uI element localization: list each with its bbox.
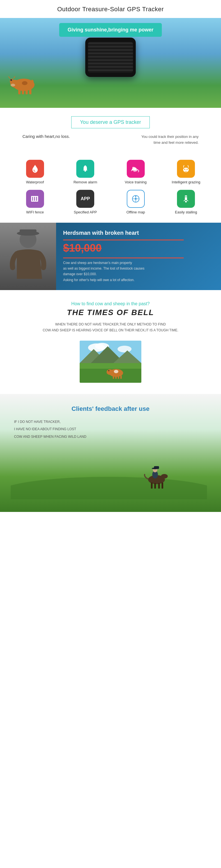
svg-rect-1 bbox=[18, 89, 21, 94]
cow-illustration bbox=[6, 68, 39, 97]
svg-rect-4 bbox=[29, 89, 31, 94]
gps-device-image bbox=[85, 38, 136, 77]
price-line-decoration-2 bbox=[63, 257, 184, 258]
svg-rect-11 bbox=[84, 170, 86, 172]
feedback-line3: COW AND SHEEP WHEN FACING WILD LAND bbox=[14, 433, 207, 440]
deserve-section: You deserve a GPS tracker Caring with he… bbox=[0, 108, 221, 157]
svg-point-25 bbox=[135, 198, 137, 200]
hero-tagline: Giving sunshine,bringing me power bbox=[59, 23, 162, 37]
svg-point-29 bbox=[185, 201, 187, 203]
svg-point-8 bbox=[11, 84, 15, 87]
svg-rect-46 bbox=[115, 376, 117, 379]
svg-point-7 bbox=[10, 79, 12, 81]
feedback-line1: IF I DO NOT HAVE TRACKER, bbox=[14, 418, 207, 426]
svg-rect-56 bbox=[158, 483, 160, 489]
specified-app-icon: APP bbox=[76, 190, 94, 208]
deserve-box: You deserve a GPS tracker bbox=[71, 116, 149, 128]
herdsman-section: Herdsman with broken heart $10,000 Cow a… bbox=[0, 223, 221, 290]
times-title: THE TIMES OF BELL bbox=[17, 308, 204, 317]
herdsman-photo bbox=[0, 223, 56, 290]
times-desc: WHEN THERE DO NOT HAVE TRACKER,THE ONLY … bbox=[17, 321, 204, 334]
waterproof-label: Waterproof bbox=[26, 180, 44, 184]
feature-easily-stalling: Easily stalling bbox=[162, 190, 210, 214]
feature-voice-training: Voice training bbox=[112, 160, 159, 184]
svg-rect-61 bbox=[154, 466, 159, 469]
feature-specified-app: APP Specified APP bbox=[62, 190, 109, 214]
caring-row: Caring with heart,no loss. You could tra… bbox=[17, 134, 204, 146]
features-grid: Waterproof Remove alarm Voice train bbox=[11, 160, 210, 214]
svg-point-14 bbox=[184, 169, 185, 170]
easily-stalling-label: Easily stalling bbox=[175, 210, 197, 214]
svg-rect-54 bbox=[151, 483, 153, 489]
header-section: Outdoor Treasure-Solar GPS Tracker bbox=[0, 0, 221, 13]
feedback-title: Clients' feedback after use bbox=[14, 405, 207, 412]
times-subtitle: How to find cow and sheep in the past? bbox=[17, 301, 204, 306]
svg-point-37 bbox=[117, 346, 132, 352]
svg-point-51 bbox=[11, 477, 207, 499]
svg-point-15 bbox=[186, 169, 188, 170]
svg-rect-3 bbox=[26, 89, 28, 94]
wifi-fence-icon bbox=[26, 190, 44, 208]
herdsman-title: Herdsman with broken heart bbox=[63, 230, 214, 236]
feature-waterproof: Waterproof bbox=[11, 160, 59, 184]
times-section: How to find cow and sheep in the past? T… bbox=[0, 290, 221, 394]
page-title: Outdoor Treasure-Solar GPS Tracker bbox=[11, 6, 210, 13]
svg-rect-55 bbox=[154, 483, 156, 489]
svg-rect-47 bbox=[118, 376, 119, 379]
feedback-section: Clients' feedback after use IF I DO NOT … bbox=[0, 394, 221, 512]
easily-stalling-icon bbox=[177, 190, 195, 208]
svg-rect-21 bbox=[31, 201, 38, 202]
features-section: Waterproof Remove alarm Voice train bbox=[0, 157, 221, 220]
svg-point-53 bbox=[161, 474, 168, 478]
rider-area bbox=[14, 443, 207, 499]
voice-training-icon bbox=[127, 160, 145, 178]
offline-map-icon bbox=[127, 190, 145, 208]
svg-point-26 bbox=[135, 196, 136, 197]
svg-rect-20 bbox=[31, 196, 38, 197]
cow-field-image bbox=[80, 341, 141, 383]
remove-alarm-label: Remove alarm bbox=[73, 180, 97, 184]
wifi-fence-label: WIFI fence bbox=[26, 210, 44, 214]
svg-point-12 bbox=[85, 165, 86, 166]
svg-rect-28 bbox=[184, 196, 188, 197]
svg-point-10 bbox=[22, 81, 28, 85]
svg-rect-57 bbox=[161, 483, 163, 489]
specified-app-label: Specified APP bbox=[74, 210, 97, 214]
price-line-decoration bbox=[63, 240, 184, 240]
hero-banner: Giving sunshine,bringing me power bbox=[0, 18, 221, 108]
svg-rect-33 bbox=[20, 229, 36, 235]
feature-offline-map: Offline map bbox=[112, 190, 159, 214]
feedback-quote: IF I DO NOT HAVE TRACKER, I HAVE NO IDEA… bbox=[14, 418, 207, 440]
intelligent-grazing-label: Intelligent grazing bbox=[172, 180, 200, 184]
svg-point-49 bbox=[108, 370, 109, 371]
offline-map-label: Offline map bbox=[126, 210, 145, 214]
herdsman-content: Herdsman with broken heart $10,000 Cow a… bbox=[56, 223, 221, 290]
svg-rect-45 bbox=[113, 375, 114, 379]
svg-point-44 bbox=[107, 369, 113, 375]
svg-rect-2 bbox=[22, 89, 24, 94]
herdsman-desc: Cow and sheep are herdsman's main proper… bbox=[63, 260, 214, 283]
waterproof-icon bbox=[26, 160, 44, 178]
solar-panel bbox=[88, 42, 133, 73]
feedback-line2: I HAVE NO IDEA ABOUT FINDING LOST bbox=[14, 426, 207, 433]
svg-point-50 bbox=[114, 370, 118, 373]
intelligent-grazing-icon bbox=[177, 160, 195, 178]
caring-left-text: Caring with heart,no loss. bbox=[23, 134, 70, 139]
voice-training-label: Voice training bbox=[125, 180, 147, 184]
feature-intelligent-grazing: Intelligent grazing bbox=[162, 160, 210, 184]
caring-right-text: You could track their position in any ti… bbox=[137, 134, 198, 146]
feature-wifi-fence: WIFI fence bbox=[11, 190, 59, 214]
svg-rect-48 bbox=[120, 375, 122, 379]
herdsman-price: $10,000 bbox=[63, 242, 214, 254]
remove-alarm-icon bbox=[76, 160, 94, 178]
svg-point-9 bbox=[31, 80, 34, 84]
feature-remove-alarm: Remove alarm bbox=[62, 160, 109, 184]
